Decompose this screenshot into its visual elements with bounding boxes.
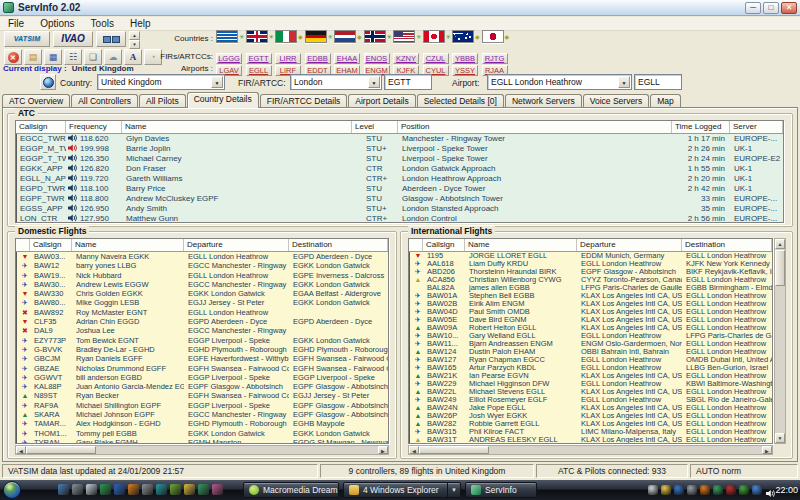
flight-row[interactable]: ✈EZY773PTom Bewick EGNTEGGP Liverpool - … — [16, 336, 388, 345]
flight-row[interactable]: ▼CLF35Adrian Chin EGGDEGPD Aberdeen - Dy… — [16, 317, 388, 326]
atc-row[interactable]: LON_CTR127.950Matthew GunnCTR+London Con… — [16, 214, 783, 223]
ivao-button[interactable]: IVAO — [53, 31, 93, 47]
tray-icon-3[interactable] — [674, 485, 684, 495]
flight-row[interactable]: ▲BAW26PJosh Wyer EGKKKLAX Los Angeles In… — [409, 412, 772, 420]
column-header-level[interactable]: Level — [352, 121, 398, 133]
menu-file[interactable]: File — [0, 17, 32, 31]
vatsim-button[interactable]: VATSIM — [4, 31, 50, 47]
quicklaunch-icon-12[interactable] — [212, 484, 223, 495]
flag-usa-icon[interactable] — [393, 30, 415, 43]
flight-row[interactable]: ▲BAW31TANDREAS ELESKY EGLLKLAX Los Angel… — [409, 436, 772, 444]
column-header-name[interactable]: Name — [465, 239, 577, 251]
flight-row[interactable]: ✈BAW01AStephen Bell EGBBKLAX Los Angeles… — [409, 292, 772, 300]
flag-uk-icon[interactable] — [246, 30, 268, 43]
weather-button[interactable]: ☁ — [104, 49, 122, 65]
flag-australia-icon[interactable] — [452, 30, 474, 43]
chat-button[interactable]: ❏ — [84, 49, 102, 65]
menu-help[interactable]: Help — [122, 17, 159, 31]
scroll-up-icon[interactable]: ▲ — [775, 239, 785, 249]
atc-row[interactable]: EGGP_T_TWR126.350Michael CarneySTULiverp… — [16, 154, 783, 164]
quicklaunch-icon-9[interactable] — [170, 484, 181, 495]
country-combo[interactable]: United Kingdom ▼ — [97, 74, 225, 90]
fir-code-field[interactable]: EGTT — [384, 74, 432, 90]
menu-tools[interactable]: Tools — [83, 17, 122, 31]
quicklaunch-icon-6[interactable] — [128, 484, 139, 495]
flight-row[interactable]: ✈ABD206Thorsteinn Hraundal BIRKEGPF Glas… — [409, 268, 772, 276]
column-header-departure[interactable]: Departure — [577, 239, 682, 251]
atc-row[interactable]: EGSS_APP126.950Andy SmithSTU+London Stan… — [16, 204, 783, 214]
flight-row[interactable]: ✈GBZAENicholas Drummond EGFFEGFH Swansea… — [16, 364, 388, 373]
flight-row[interactable]: ▼1195JORGE LLORET EGLLEDDM Munich, Germa… — [409, 252, 772, 260]
tab-country-details[interactable]: Country Details — [187, 92, 259, 108]
flight-row[interactable]: ✈KAL88PJuan Antonio Garcia-Mendez EGPFEG… — [16, 382, 388, 391]
flag-greece-icon[interactable] — [216, 30, 238, 43]
tray-icon-8[interactable] — [739, 485, 749, 495]
tab-atc-overview[interactable]: ATC Overview — [2, 94, 70, 108]
tab-airport-details[interactable]: Airport Details — [348, 94, 415, 108]
flight-row[interactable]: ✈TAMAR...Alex Hodgkinson - EGHDEGHD Plym… — [16, 419, 388, 428]
chevron-down-icon[interactable]: ▼ — [211, 76, 223, 88]
clipboard-button[interactable]: ▤ — [24, 49, 42, 65]
refresh-spinner[interactable]: ▲ ▼ — [129, 31, 140, 47]
tray-icon-2[interactable] — [661, 485, 671, 495]
flight-row[interactable]: ▲BAW24NJake Pope EGLLKLAX Los Angeles In… — [409, 404, 772, 412]
tab-map[interactable]: Map — [650, 94, 681, 108]
scroll-left-icon[interactable]: ◀ — [16, 446, 26, 454]
airport-combo[interactable]: EGLL London Heathrow ▼ — [487, 74, 632, 90]
tray-icon-1[interactable] — [648, 485, 658, 495]
globe-button[interactable] — [40, 74, 56, 90]
taskbar-button-servinfo[interactable]: ServInfo — [465, 482, 537, 498]
tray-icon-6[interactable] — [713, 485, 723, 495]
spinner-up-icon[interactable]: ▲ — [129, 31, 140, 40]
quicklaunch-icon-8[interactable] — [156, 484, 167, 495]
flag-netherlands-icon[interactable] — [334, 30, 356, 43]
flight-row[interactable]: ✈BAW11...Bjarn Andreassen ENGMENGM Oslo-… — [409, 340, 772, 348]
flight-row[interactable]: ✈BAW04DPaul Smith OMDBKLAX Los Angeles I… — [409, 308, 772, 316]
flag-japan-icon[interactable] — [482, 30, 504, 43]
column-header-frequency[interactable]: Frequency — [66, 121, 122, 133]
flight-row[interactable]: ▲BAW124Dustin Paloh EHAMOBBI Bahrain Int… — [409, 348, 772, 356]
column-header-callsign[interactable]: Callsign — [423, 239, 465, 251]
flight-row[interactable]: BAL82Ajames allen EGBBLFPG Paris-Charles… — [409, 284, 772, 292]
font-button[interactable]: A — [124, 49, 142, 65]
column-header-departure[interactable]: Departure — [184, 239, 289, 251]
atc-row[interactable]: EGKK_APP126.820Don FraserCTRLondon Gatwi… — [16, 164, 783, 174]
flight-row[interactable]: ▲BAW09ARobert Helton EGLLKLAX Los Angele… — [409, 324, 772, 332]
flight-row[interactable]: ▲BAW21KIan Pearse EGVNKLAX Los Angeles I… — [409, 372, 772, 380]
column-header-destination[interactable]: Destination — [682, 239, 772, 251]
flight-row[interactable]: ✈BAW19...Nick HubbardEGLL London Heathro… — [16, 271, 388, 280]
grid-button[interactable]: ▦ — [44, 49, 62, 65]
quicklaunch-icon-2[interactable] — [72, 484, 83, 495]
flight-row[interactable]: ✈BAW165Artur Parzych KBDLEGLL London Hea… — [409, 364, 772, 372]
menu-options[interactable]: Options — [32, 17, 82, 31]
scroll-thumb[interactable] — [26, 446, 96, 454]
flight-row[interactable]: ✈BAW30...Andrew Lewis EGGWEGCC Mancheste… — [16, 280, 388, 289]
flight-row[interactable]: ✈BAW02BEirik Alim ENGMKLAX Los Angeles I… — [409, 300, 772, 308]
atc-row[interactable]: EGGP_M_TWR199.998Barrie JoplinSTU+Liverp… — [16, 144, 783, 154]
column-header-time-logged[interactable]: Time Logged — [672, 121, 730, 133]
column-header-position[interactable]: Position — [398, 121, 672, 133]
taskbar-button-dreamweaver[interactable]: Macromedia Dream... — [243, 482, 339, 498]
quicklaunch-icon-10[interactable] — [184, 484, 195, 495]
flight-row[interactable]: ▲SKARAMichael Johnson EGPFEGCC Mancheste… — [16, 410, 388, 419]
titlebar[interactable]: ServInfo 2.02 ─□✕ — [0, 0, 800, 16]
flight-row[interactable]: ✈BAW10...Gary Welland EGLLEGLL London He… — [409, 332, 772, 340]
tray-icon-9[interactable] — [752, 485, 762, 495]
flight-row[interactable]: ✈BAW249Elliot Rosemeyer EGLFEGLL London … — [409, 396, 772, 404]
start-button[interactable] — [3, 481, 21, 499]
flight-row[interactable]: ✈BAW315Phil Kilroe FACTLIMC Milano-Malpe… — [409, 428, 772, 436]
scroll-left-icon[interactable]: ◀ — [409, 446, 419, 454]
international-hscrollbar[interactable]: ◀ ▶ — [408, 445, 773, 455]
flight-row[interactable]: ✈THOM1...Tommy pell EGBBEGKK London Gatw… — [16, 429, 388, 438]
network-button[interactable] — [96, 31, 126, 47]
airport-code-field[interactable]: EGLL — [634, 74, 682, 90]
chevron-down-icon[interactable]: ▼ — [618, 76, 630, 88]
tab-voice-servers[interactable]: Voice Servers — [583, 94, 649, 108]
maximize-button[interactable]: □ — [763, 2, 779, 14]
tab-network-servers[interactable]: Network Servers — [505, 94, 582, 108]
scroll-right-icon[interactable]: ▶ — [378, 446, 388, 454]
tab-selected-details-0-[interactable]: Selected Details [0] — [417, 94, 504, 108]
flight-row[interactable]: ✈GGWVTbill anderson EGBDEGGP Liverpool -… — [16, 373, 388, 382]
flight-row[interactable]: ✈BAW229Michael Higginson DFWEGLL London … — [409, 380, 772, 388]
close-button[interactable]: ✕ — [781, 2, 797, 14]
